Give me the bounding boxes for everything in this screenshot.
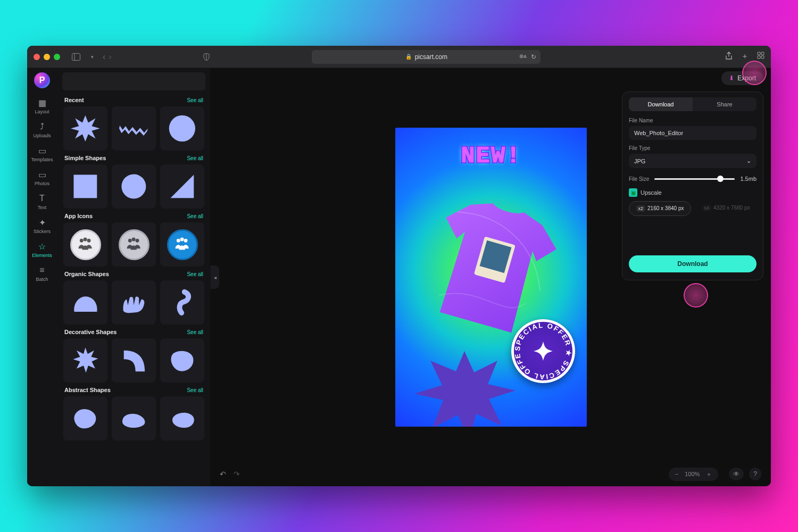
svg-rect-4	[761, 52, 764, 55]
templates-icon: ▭	[38, 146, 46, 155]
svg-point-18	[132, 238, 136, 242]
see-all-link[interactable]: See all	[187, 97, 203, 103]
section-title-appicons: App Icons	[64, 213, 93, 219]
panel-search-input[interactable]	[62, 72, 205, 90]
zoom-in-icon[interactable]: ＋	[706, 470, 712, 478]
help-icon[interactable]: ?	[749, 468, 761, 480]
shape-zigzag[interactable]	[112, 106, 156, 151]
shape-abstract[interactable]	[63, 396, 107, 440]
svg-rect-6	[761, 56, 764, 59]
see-all-link[interactable]: See all	[187, 271, 203, 277]
svg-point-13	[80, 239, 84, 243]
export-panel: Download Share File Name File Type JPG ⌄…	[622, 92, 763, 280]
nav-back-icon[interactable]: ‹	[103, 52, 105, 62]
svg-rect-5	[758, 56, 760, 59]
traffic-lights[interactable]	[34, 54, 60, 60]
zoom-out-icon[interactable]: −	[675, 471, 678, 477]
svg-rect-10	[74, 175, 97, 198]
file-name-input[interactable]	[629, 126, 757, 140]
svg-marker-8	[119, 126, 148, 136]
rail-elements[interactable]: ☆Elements	[29, 238, 55, 262]
rail-templates[interactable]: ▭Templates	[29, 143, 55, 167]
browser-window: ▾ ‹ › 🔒 picsart.com ⊕ᴀ ↻ ＋	[27, 46, 771, 486]
chevron-down-icon: ⌄	[746, 157, 751, 164]
export-button[interactable]: ⬇ Export	[721, 71, 763, 85]
elements-panel: Recent See all Simple Shapes	[57, 68, 211, 486]
undo-icon[interactable]: ↶	[220, 470, 226, 478]
app-icon[interactable]	[160, 222, 204, 267]
svg-point-19	[177, 239, 180, 243]
shape-circle[interactable]	[112, 164, 156, 209]
tabs-grid-icon[interactable]	[757, 52, 764, 62]
shape-decor-quarter[interactable]	[112, 338, 156, 383]
address-bar[interactable]: 🔒 picsart.com ⊕ᴀ ↻	[312, 50, 541, 64]
new-tab-icon[interactable]: ＋	[741, 52, 749, 62]
artboard[interactable]: NEW!	[395, 128, 587, 427]
file-size-slider[interactable]	[654, 178, 735, 180]
share-icon[interactable]	[725, 52, 733, 62]
see-all-link[interactable]: See all	[187, 387, 203, 393]
uploads-icon: ⤴	[40, 122, 44, 131]
app-body: P ▦Layout⤴Uploads▭Templates▭PhotosTText✦…	[27, 68, 771, 486]
nav-fwd-icon[interactable]: ›	[109, 52, 111, 62]
tab-share[interactable]: Share	[693, 97, 757, 111]
shape-abstract[interactable]	[160, 396, 204, 440]
shape-organic-hand[interactable]	[112, 280, 156, 325]
panel-collapse-handle[interactable]: ◂	[211, 265, 219, 289]
rail-stickers[interactable]: ✦Stickers	[29, 214, 55, 238]
layout-icon: ▦	[38, 98, 46, 107]
rail-batch[interactable]: ≡Batch	[29, 262, 55, 286]
stickers-icon: ✦	[39, 218, 46, 227]
rail-uploads[interactable]: ⤴Uploads	[29, 119, 55, 143]
see-all-link[interactable]: See all	[187, 213, 203, 219]
shape-decor-blob[interactable]	[160, 338, 204, 383]
app-logo[interactable]: P	[34, 72, 50, 88]
download-button[interactable]: Download	[629, 255, 757, 272]
resolution-option-x4[interactable]: x44320 x 7680 px	[695, 201, 757, 216]
redo-icon[interactable]: ↷	[234, 470, 240, 478]
app-icon[interactable]	[112, 222, 156, 267]
upscale-icon: ▣	[629, 188, 637, 197]
svg-rect-3	[758, 52, 760, 55]
rail-layout[interactable]: ▦Layout	[29, 95, 55, 119]
shape-decor-star[interactable]	[63, 338, 107, 383]
shape-starburst[interactable]	[63, 106, 107, 151]
lock-icon: 🔒	[405, 54, 412, 60]
translate-icon[interactable]: ⊕ᴀ	[519, 53, 527, 61]
see-all-link[interactable]: See all	[187, 329, 203, 335]
svg-marker-7	[71, 115, 100, 142]
file-size-label: File Size	[629, 176, 649, 182]
see-all-link[interactable]: See all	[187, 155, 203, 161]
shape-abstract[interactable]	[112, 396, 156, 440]
sidebar-toggle-icon[interactable]	[71, 53, 81, 61]
shape-triangle[interactable]	[160, 164, 204, 209]
rail-text[interactable]: TText	[29, 190, 55, 214]
artboard-starburst[interactable]	[411, 347, 518, 427]
browser-chrome: ▾ ‹ › 🔒 picsart.com ⊕ᴀ ↻ ＋	[27, 46, 771, 68]
app-icon[interactable]	[63, 222, 107, 267]
file-type-label: File Type	[629, 145, 757, 151]
svg-point-21	[180, 238, 184, 242]
file-type-select[interactable]: JPG ⌄	[629, 154, 757, 168]
svg-point-16	[128, 239, 132, 243]
shield-icon[interactable]	[201, 53, 212, 61]
svg-marker-26	[414, 351, 516, 427]
preview-icon[interactable]: 👁	[729, 468, 744, 480]
export-icon: ⬇	[729, 74, 734, 82]
resolution-option-x2[interactable]: x22160 x 3840 px	[629, 201, 691, 216]
shape-organic-blob[interactable]	[63, 280, 107, 325]
artboard-title-text[interactable]: NEW!	[395, 143, 587, 169]
section-title-recent: Recent	[64, 97, 84, 103]
special-offer-badge[interactable]: SPECIAL OFFER ★ SPECIAL OFFER ★	[511, 319, 575, 383]
svg-marker-12	[171, 175, 194, 198]
shape-circle[interactable]	[160, 106, 204, 151]
shape-square[interactable]	[63, 164, 107, 209]
text-icon: T	[39, 194, 45, 203]
chevron-down-icon[interactable]: ▾	[87, 54, 97, 60]
zoom-value: 100%	[685, 471, 700, 477]
rail-photos[interactable]: ▭Photos	[29, 167, 55, 190]
tab-download[interactable]: Download	[629, 97, 693, 111]
shape-organic-squiggle[interactable]	[160, 280, 204, 325]
reload-icon[interactable]: ↻	[531, 53, 536, 61]
section-title-organic: Organic Shapes	[64, 271, 109, 277]
